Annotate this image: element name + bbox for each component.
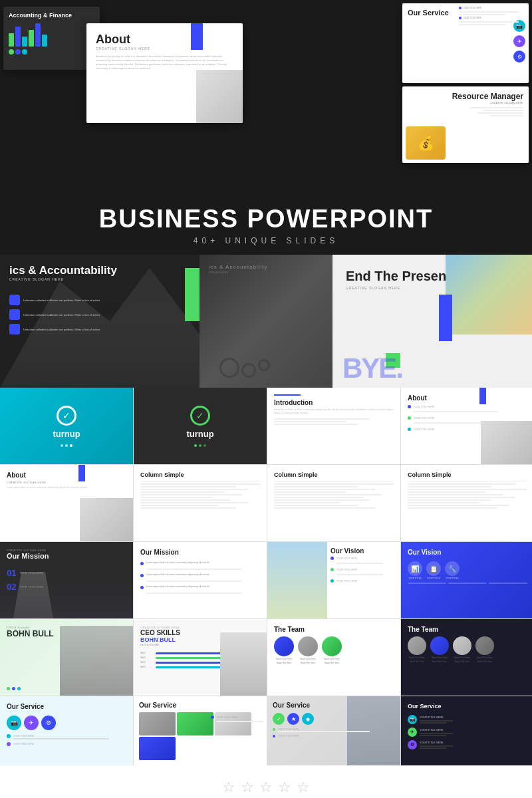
cell-our-service-outdoor[interactable]: Our Service ✓ ★ ◆ YOUR TITLE HERE YOUR T… <box>267 696 400 765</box>
intro-text: Lorem ipsum dolor sit amet, consectetur … <box>274 408 394 416</box>
vision-blue-title: Our Vision <box>408 549 527 556</box>
star-1[interactable]: ☆ <box>222 779 235 796</box>
service-teal-items: YOUR TITLE HERE YOUR TITLE HERE <box>7 734 126 746</box>
service-last-icon-3: ⚙ <box>408 740 417 749</box>
vision-blue-icons: 📊 YOUR TITLES 📋 YOUR TITLES 🔧 YOUR TITLE… <box>408 561 527 580</box>
ethics-title: ics & Accountability <box>9 264 190 277</box>
team-dark-title: The Team <box>408 626 527 633</box>
slide-ethics[interactable]: ics & Accountability CREATIVE SLOGAN HER… <box>0 255 200 388</box>
resource-title: Resource Manager <box>408 92 523 101</box>
cell-team-dark[interactable]: The Team Name Goes Here Name Role Here N… <box>401 619 532 696</box>
about-white-img <box>80 498 133 541</box>
cell-our-mission-white[interactable]: Our Mission Lorem ipsum dolor sit amet c… <box>134 542 267 618</box>
col-simple-title-3: Column Simple <box>408 471 527 478</box>
vision-blue-lines <box>408 583 527 584</box>
service-circles: 📷 ✈ ⚙ <box>7 716 126 730</box>
cell-team-bohn[interactable]: CEO & Founder BOHN BULL <box>0 619 133 696</box>
team-photos-title: The Team <box>274 626 394 633</box>
legend-dot-3 <box>22 49 27 55</box>
cell-our-service-teal[interactable]: Our Service 📷 ✈ ⚙ YOUR TITLE HERE YOUR T… <box>0 696 133 765</box>
outdoor-items: YOUR TITLE HERE YOUR TITLE HERE <box>273 728 395 737</box>
svc-circle-1: 📷 <box>7 716 21 730</box>
about-white-text: Lorem ipsum dolor sit amet consectetur a… <box>7 486 126 489</box>
cell-about-white[interactable]: About CREATIVE SLOGAN HERE Lorem ipsum d… <box>0 465 133 541</box>
legend-dot-1 <box>9 49 14 55</box>
subtitle: 40+ UNIQUE SLIDES <box>13 236 519 245</box>
cell-turnup-teal[interactable]: ✓ turnup <box>0 388 133 464</box>
slide-end-presentation[interactable]: End The Presentation CREATIVE SLOGAN HER… <box>332 255 532 388</box>
middle-section: ics & Accountability CREATIVE SLOGAN HER… <box>0 255 532 388</box>
about-main-text: Answered projecting set wise it or elsew… <box>96 55 233 70</box>
service-item-1: YOUR TITLE HERE <box>459 7 525 9</box>
ceo-photo <box>220 632 267 696</box>
star-2[interactable]: ☆ <box>241 779 254 796</box>
star-5[interactable]: ☆ <box>297 779 310 796</box>
about-tr-title: About <box>408 394 527 402</box>
cell-our-service-last[interactable]: Our Service 📷 YOUR TITLE HERE ✈ YOUR TIT… <box>401 696 532 765</box>
col-divider-3 <box>408 481 527 481</box>
ethics-dot-2 <box>9 309 20 320</box>
cell-turnup-dark[interactable]: ✓ turnup <box>134 388 267 464</box>
cell-our-vision-blue[interactable]: Our Vision 📊 YOUR TITLES 📋 YOUR TITLES 🔧… <box>401 542 532 618</box>
turnup-icon-teal: ✓ <box>57 406 76 426</box>
svc-circle-3: ⚙ <box>41 716 56 730</box>
end-blue-rect <box>439 295 452 341</box>
outdoor-circle-1: ✓ <box>273 713 285 725</box>
slide-resource-manager[interactable]: Resource Manager CREATIVE SLOGAN HERE 💰 <box>402 86 529 163</box>
cell-our-mission-dark[interactable]: CREATIVE SLOGAN HERE Our Mission 01 YOUR… <box>0 542 133 618</box>
about-white-sub: CREATIVE SLOGAN HERE <box>7 481 126 484</box>
outdoor-circle-3: ◆ <box>302 713 314 725</box>
title-section: BUSINESS POWERPOINT 40+ UNIQUE SLIDES <box>0 193 532 255</box>
slide-accounting[interactable]: Accounting & Finance <box>3 7 100 70</box>
outdoor-circle-2: ★ <box>287 713 299 725</box>
dark-dot-2 <box>199 444 201 447</box>
service-icon-gear: ⚙ <box>513 51 525 63</box>
slide-our-service-top[interactable]: Our Service 📷 ✈ ⚙ YOUR TITLE HERE YOUR T… <box>402 3 529 83</box>
mission-white-items: Lorem ipsum dolor sit amet consectetur a… <box>140 561 260 594</box>
cell-column-simple-2[interactable]: Column Simple <box>267 465 400 541</box>
service-outdoor-title: Our Service <box>273 702 395 709</box>
col-simple-title-1: Column Simple <box>140 471 260 478</box>
star-4[interactable]: ☆ <box>278 779 291 796</box>
dark-placeholder-text: ics & Accountability <box>209 264 323 270</box>
cell-column-simple-3[interactable]: Column Simple <box>401 465 532 541</box>
dot-2 <box>65 444 68 447</box>
cell-column-simple-1[interactable]: Column Simple <box>134 465 267 541</box>
mission-white-title: Our Mission <box>140 549 260 556</box>
outdoor-content: Our Service ✓ ★ ◆ YOUR TITLE HERE YOUR T… <box>273 702 395 737</box>
bar-1 <box>9 33 14 47</box>
ethics-item-2: Unbeaten unlimited subluniter nar perfec… <box>9 309 190 320</box>
about-white-title: About <box>7 471 126 479</box>
about-tr-blue <box>479 388 486 404</box>
star-rating-section: ☆ ☆ ☆ ☆ ☆ <box>0 765 532 798</box>
cell-our-service-grid[interactable]: Our Service YOUR TITLE HERE <box>134 696 267 765</box>
cell-team-photos[interactable]: The Team Name Goes Here Name Role Here N… <box>267 619 400 696</box>
vision-icon-1: 📊 <box>408 561 422 576</box>
slide-about-main[interactable]: About CREATIVE SLOGAN HERE Answered proj… <box>86 23 243 123</box>
service-last-items: 📷 YOUR TITLE HERE ✈ YOUR TITLE HERE ⚙ <box>408 715 527 749</box>
bar-2 <box>15 27 21 47</box>
col-divider-1 <box>140 481 260 481</box>
cell-our-vision-person[interactable]: Our Vision YOUR TITLE HERE YOUR TITLE HE… <box>267 542 400 618</box>
about-tr-img <box>481 421 532 464</box>
turnup-logo-text-dark: turnup <box>186 429 213 439</box>
star-3[interactable]: ☆ <box>259 779 273 796</box>
cell-ceo-skills[interactable]: CREATIVE SLOGAN HERE CEO SKILLS BOHN BUL… <box>134 619 267 696</box>
slide-dark-middle[interactable]: ics & Accountability infographic <box>200 255 332 388</box>
col-lines-2 <box>274 483 394 509</box>
intro-line <box>274 394 301 396</box>
col-lines-1 <box>140 483 260 509</box>
service-item-2: YOUR TITLE HERE <box>459 17 525 19</box>
service-icon-paper: ✈ <box>513 35 525 47</box>
vision-left-img <box>267 542 327 618</box>
dot-1 <box>61 444 63 447</box>
vision-icon-2: 📋 <box>426 561 441 576</box>
turnup-icon-dark: ✓ <box>190 406 210 426</box>
cell-introduction[interactable]: Introduction Lorem ipsum dolor sit amet,… <box>267 388 400 464</box>
service-last-title: Our Service <box>408 703 527 710</box>
ethics-sub: CREATIVE SLOGAN HERE <box>9 277 190 281</box>
hero-section: Accounting & Finance About CREATIVE SLOG… <box>0 0 532 193</box>
dot-3 <box>70 444 72 447</box>
cell-about-top-right[interactable]: About YOUR TITLE HERE YOUR TITLE HERE YO… <box>401 388 532 464</box>
end-beach-img <box>446 255 532 334</box>
